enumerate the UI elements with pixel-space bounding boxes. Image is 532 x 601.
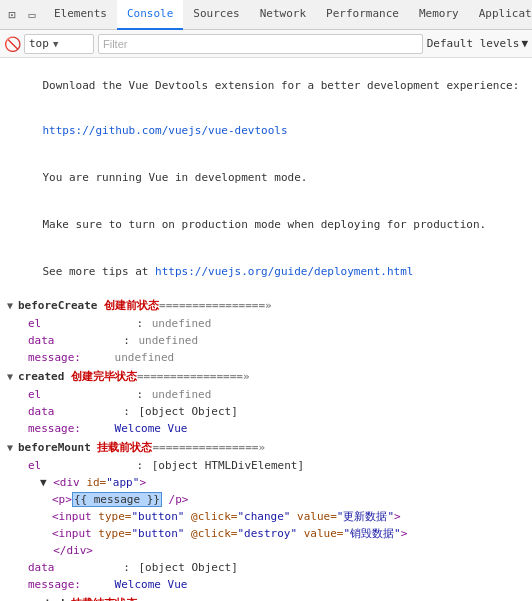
tab-network[interactable]: Network bbox=[250, 0, 316, 30]
section-beforeCreate-title-en: beforeCreate bbox=[18, 298, 104, 314]
context-arrow-icon: ▼ bbox=[53, 39, 58, 49]
triangle-icon: ▼ bbox=[4, 442, 16, 454]
vue-devtools-msg: Download the Vue Devtools extension for … bbox=[0, 62, 532, 154]
prop-el: el : undefined bbox=[12, 386, 532, 403]
prop-data: data : [object Object] bbox=[12, 403, 532, 420]
filter-input-wrapper[interactable] bbox=[98, 34, 423, 54]
triangle-icon: ▼ bbox=[4, 300, 16, 312]
prop-message: message: Welcome Vue bbox=[12, 420, 532, 437]
tab-bar: ⊡ ▭ Elements Console Sources Network Per… bbox=[0, 0, 532, 30]
context-selector[interactable]: top ▼ bbox=[24, 34, 94, 54]
vue-devtools-link[interactable]: https://github.com/vuejs/vue-devtools bbox=[43, 124, 288, 137]
section-mounted-header[interactable]: ▼ mounted 挂载结束状态 ================» bbox=[0, 595, 532, 601]
default-levels-selector[interactable]: Default levels ▼ bbox=[427, 37, 528, 50]
context-value: top bbox=[29, 37, 49, 50]
html-input-change: <input type="button" @click="change" val… bbox=[12, 508, 532, 525]
tab-console[interactable]: Console bbox=[117, 0, 183, 30]
triangle-icon: ▼ bbox=[40, 476, 47, 489]
dev-mode-msg2: Make sure to turn on production mode whe… bbox=[0, 201, 532, 248]
html-p-message[interactable]: <p>{{ message }} /p> bbox=[12, 491, 532, 508]
section-beforeMount-title-en: beforeMount bbox=[18, 440, 97, 456]
section-created-body: el : undefined data : [object Object] me… bbox=[0, 386, 532, 437]
filter-bar: 🚫 top ▼ Default levels ▼ bbox=[0, 30, 532, 58]
section-beforeCreate-arrow: ================» bbox=[159, 298, 272, 314]
tab-sources[interactable]: Sources bbox=[183, 0, 249, 30]
section-mounted-title-en: mounted bbox=[18, 596, 71, 601]
section-created-title-en: created bbox=[18, 369, 71, 385]
filter-input[interactable] bbox=[103, 38, 418, 50]
tab-bar-icons: ⊡ ▭ bbox=[4, 7, 40, 23]
section-beforeMount-arrow: ================» bbox=[152, 440, 265, 456]
tab-application[interactable]: Application bbox=[469, 0, 532, 30]
device-icon[interactable]: ▭ bbox=[24, 7, 40, 23]
tab-memory[interactable]: Memory bbox=[409, 0, 469, 30]
section-beforeCreate: ▼ beforeCreate 创建前状态 ================» e… bbox=[0, 297, 532, 366]
section-mounted-arrow: ================» bbox=[137, 596, 250, 601]
section-beforeCreate-body: el : undefined data : undefined message:… bbox=[0, 315, 532, 366]
more-tips-link[interactable]: https://vuejs.org/guide/deployment.html bbox=[155, 265, 413, 278]
section-beforeMount-header[interactable]: ▼ beforeMount 挂载前状态 ================» bbox=[0, 439, 532, 457]
triangle-icon: ▼ bbox=[4, 371, 16, 383]
default-levels-arrow-icon: ▼ bbox=[521, 37, 528, 50]
section-created-arrow: ================» bbox=[137, 369, 250, 385]
prop-message-after: message: Welcome Vue bbox=[12, 576, 532, 593]
html-div-app-open[interactable]: ▼ <div id="app"> bbox=[12, 474, 532, 491]
prop-el: el : undefined bbox=[12, 315, 532, 332]
console-content: Download the Vue Devtools extension for … bbox=[0, 58, 532, 601]
highlight-message-template: {{ message }} bbox=[72, 492, 162, 507]
tab-performance[interactable]: Performance bbox=[316, 0, 409, 30]
html-div-close: </div> bbox=[12, 542, 532, 559]
prop-el: el : [object HTMLDivElement] bbox=[12, 457, 532, 474]
html-input-destroy: <input type="button" @click="destroy" va… bbox=[12, 525, 532, 542]
more-tips-msg: See more tips at https://vuejs.org/guide… bbox=[0, 248, 532, 295]
section-beforeMount-title-cn: 挂载前状态 bbox=[97, 440, 152, 456]
section-created: ▼ created 创建完毕状态 ================» el : … bbox=[0, 368, 532, 437]
prop-data-after: data : [object Object] bbox=[12, 559, 532, 576]
section-mounted: ▼ mounted 挂载结束状态 ================» el : … bbox=[0, 595, 532, 601]
section-beforeMount-body: el : [object HTMLDivElement] ▼ <div id="… bbox=[0, 457, 532, 593]
prop-data: data : undefined bbox=[12, 332, 532, 349]
section-created-title-cn: 创建完毕状态 bbox=[71, 369, 137, 385]
tab-elements[interactable]: Elements bbox=[44, 0, 117, 30]
section-mounted-title-cn: 挂载结束状态 bbox=[71, 596, 137, 601]
inspect-icon[interactable]: ⊡ bbox=[4, 7, 20, 23]
section-beforeMount: ▼ beforeMount 挂载前状态 ================» el… bbox=[0, 439, 532, 593]
section-beforeCreate-title-cn: 创建前状态 bbox=[104, 298, 159, 314]
dev-mode-msg: You are running Vue in development mode. bbox=[0, 154, 532, 201]
section-beforeCreate-header[interactable]: ▼ beforeCreate 创建前状态 ================» bbox=[0, 297, 532, 315]
stop-icon[interactable]: 🚫 bbox=[4, 36, 20, 52]
prop-message: message: undefined bbox=[12, 349, 532, 366]
default-levels-label: Default levels bbox=[427, 37, 520, 50]
section-created-header[interactable]: ▼ created 创建完毕状态 ================» bbox=[0, 368, 532, 386]
